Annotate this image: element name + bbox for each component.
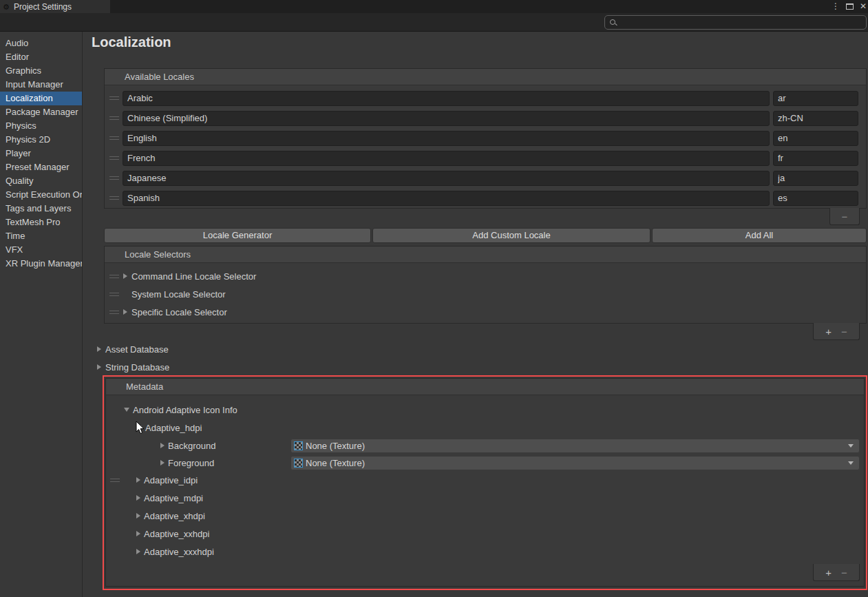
- add-custom-locale-button[interactable]: Add Custom Locale: [372, 228, 650, 243]
- remove-locale-button[interactable]: −: [842, 211, 848, 222]
- tree-label: Adaptive_mdpi: [144, 493, 203, 503]
- sidebar-item-physics[interactable]: Physics: [0, 119, 82, 133]
- search-icon: [609, 19, 617, 27]
- foreground-texture-field[interactable]: None (Texture): [290, 456, 860, 470]
- drag-handle-icon[interactable]: [109, 96, 119, 100]
- tree-label: Adaptive_xxxhdpi: [144, 547, 214, 557]
- foldout-collapsed-icon: [136, 549, 140, 554]
- sidebar-item-textmesh-pro[interactable]: TextMesh Pro: [0, 216, 82, 229]
- adaptive-xhdpi-foldout[interactable]: Adaptive_xhdpi: [136, 509, 205, 523]
- drag-handle-icon[interactable]: [110, 479, 120, 482]
- close-icon[interactable]: ✕: [860, 0, 867, 13]
- sidebar-item-xr-plugin-management[interactable]: XR Plugin Management: [0, 257, 82, 271]
- locale-name-field[interactable]: [123, 91, 770, 106]
- background-texture-field[interactable]: None (Texture): [290, 439, 860, 453]
- sidebar-item-editor[interactable]: Editor: [0, 50, 82, 64]
- locale-selectors-panel: Locale Selectors Command Line Locale Sel…: [104, 246, 867, 324]
- android-adaptive-icon-info-foldout[interactable]: Android Adaptive Icon Info: [124, 403, 237, 417]
- kebab-menu-icon[interactable]: ⋮: [832, 0, 840, 13]
- locale-code-field[interactable]: [773, 191, 858, 206]
- sidebar-item-audio[interactable]: Audio: [0, 36, 82, 50]
- adaptive-xxxhdpi-foldout[interactable]: Adaptive_xxxhdpi: [136, 545, 214, 558]
- maximize-icon[interactable]: [846, 3, 854, 10]
- foldout-collapsed-icon[interactable]: [123, 309, 127, 315]
- foldout-collapsed-icon: [136, 531, 140, 536]
- string-database-foldout[interactable]: String Database: [97, 361, 169, 373]
- sidebar-item-localization[interactable]: Localization: [0, 92, 82, 105]
- locale-code-field[interactable]: [773, 151, 858, 166]
- drag-handle-icon[interactable]: [109, 156, 119, 160]
- selector-row[interactable]: System Locale Selector: [105, 285, 866, 303]
- locale-code-field[interactable]: [773, 111, 858, 126]
- locale-name-field[interactable]: [123, 151, 770, 166]
- tree-label: Adaptive_idpi: [144, 475, 198, 485]
- tree-label: Adaptive_xxhdpi: [144, 529, 209, 539]
- search-input[interactable]: [617, 18, 866, 28]
- drag-handle-icon[interactable]: [109, 136, 119, 140]
- drag-handle-icon[interactable]: [109, 275, 119, 278]
- chevron-down-icon[interactable]: [848, 461, 854, 465]
- sidebar-item-tags-and-layers[interactable]: Tags and Layers: [0, 202, 82, 216]
- drag-handle-icon[interactable]: [109, 116, 119, 120]
- locale-name-field[interactable]: [123, 171, 770, 186]
- sidebar-item-vfx[interactable]: VFX: [0, 243, 82, 257]
- asset-database-foldout[interactable]: Asset Database: [97, 343, 169, 355]
- add-all-button[interactable]: Add All: [652, 228, 867, 243]
- add-selector-button[interactable]: +: [825, 326, 832, 337]
- sidebar-item-graphics[interactable]: Graphics: [0, 64, 82, 78]
- foldout-collapsed-icon: [136, 513, 140, 519]
- window-tab[interactable]: ⚙ Project Settings: [0, 0, 110, 13]
- drag-handle-icon[interactable]: [109, 311, 119, 314]
- drag-handle-icon[interactable]: [109, 196, 119, 200]
- locale-name-field[interactable]: [123, 191, 770, 206]
- sidebar-item-time[interactable]: Time: [0, 229, 82, 243]
- adaptive-hdpi-foldout[interactable]: Adaptive_hdpi: [136, 421, 202, 434]
- toolbar: [0, 13, 868, 32]
- drag-handle-icon[interactable]: [109, 176, 119, 180]
- drag-handle-icon[interactable]: [109, 293, 119, 296]
- sidebar-item-package-manager[interactable]: Package Manager: [0, 105, 82, 119]
- sidebar-item-player[interactable]: Player: [0, 147, 82, 160]
- selector-row[interactable]: Specific Locale Selector: [105, 303, 866, 321]
- search-box[interactable]: [604, 15, 867, 30]
- remove-selector-button[interactable]: −: [841, 326, 847, 337]
- adaptive-idpi-foldout[interactable]: Adaptive_idpi: [136, 473, 198, 487]
- object-field-value: None (Texture): [306, 458, 845, 468]
- sidebar-item-preset-manager[interactable]: Preset Manager: [0, 160, 82, 174]
- adaptive-mdpi-foldout[interactable]: Adaptive_mdpi: [136, 491, 203, 505]
- remove-metadata-button[interactable]: −: [841, 567, 847, 578]
- locale-row: [105, 148, 866, 168]
- sidebar-item-input-manager[interactable]: Input Manager: [0, 78, 82, 92]
- sidebar-item-script-execution[interactable]: Script Execution Order: [0, 188, 82, 202]
- locale-code-field[interactable]: [773, 131, 858, 146]
- string-database-label: String Database: [105, 362, 169, 373]
- locale-actions: Locale Generator Add Custom Locale Add A…: [104, 228, 867, 243]
- background-property[interactable]: Background: [160, 439, 215, 452]
- locale-row: [105, 168, 866, 188]
- sidebar-item-physics-2d[interactable]: Physics 2D: [0, 133, 82, 147]
- adaptive-xxhdpi-foldout[interactable]: Adaptive_xxhdpi: [136, 527, 209, 541]
- texture-icon: [294, 441, 303, 450]
- title-bar: ⚙ Project Settings ⋮ ✕: [0, 0, 868, 13]
- available-locales-header: Available Locales: [105, 69, 866, 85]
- foldout-collapsed-icon: [160, 443, 165, 448]
- project-settings-icon: ⚙: [3, 3, 11, 11]
- metadata-panel: Metadata Android Adaptive Icon Info Adap…: [105, 378, 865, 587]
- add-metadata-button[interactable]: +: [825, 567, 832, 578]
- tree-label: Adaptive_hdpi: [145, 423, 202, 433]
- locale-name-field[interactable]: [123, 111, 770, 126]
- selector-row[interactable]: Command Line Locale Selector: [105, 267, 866, 285]
- locale-name-field[interactable]: [123, 131, 770, 146]
- foldout-collapsed-icon: [160, 460, 165, 465]
- foreground-property[interactable]: Foreground: [160, 456, 214, 470]
- locale-generator-button[interactable]: Locale Generator: [104, 228, 371, 243]
- foldout-collapsed-icon[interactable]: [123, 273, 127, 279]
- main-content: Localization Available Locales: [83, 32, 868, 597]
- locale-code-field[interactable]: [773, 91, 858, 106]
- sidebar-item-quality[interactable]: Quality: [0, 174, 82, 188]
- foldout-collapsed-icon: [136, 495, 140, 501]
- locale-row: [105, 128, 866, 148]
- chevron-down-icon[interactable]: [848, 444, 854, 448]
- locale-code-field[interactable]: [773, 171, 858, 186]
- foldout-expanded-icon: [124, 408, 129, 412]
